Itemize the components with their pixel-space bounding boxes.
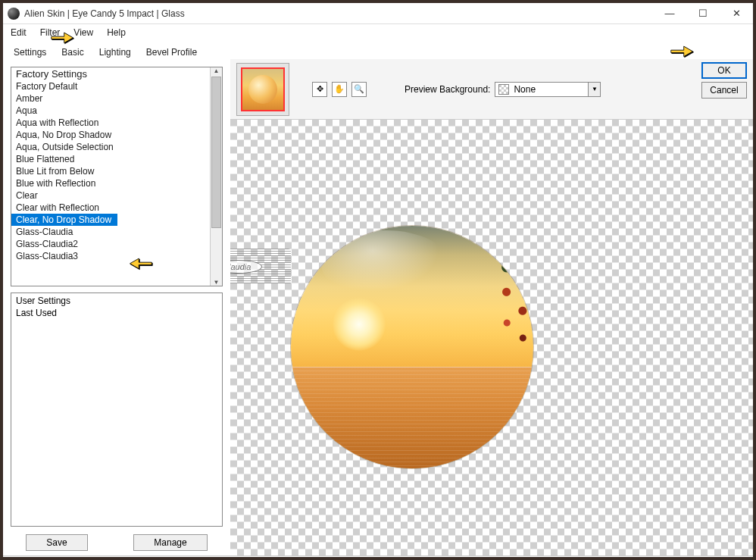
settings-panel: Factory Settings Factory Default Amber A… — [3, 59, 230, 555]
dialog-buttons: OK Cancel — [701, 62, 747, 99]
maximize-button[interactable]: ☐ — [686, 3, 720, 24]
close-button[interactable]: ✕ — [720, 3, 753, 24]
zoom-tool-icon[interactable]: 🔍 — [351, 82, 367, 97]
preview-toolbar: ✥ ✋ 🔍 Preview Background: None ▼ OK Canc… — [230, 59, 753, 120]
manage-button[interactable]: Manage — [133, 534, 207, 551]
menu-edit[interactable]: Edit — [11, 27, 27, 38]
tab-bevel-profile[interactable]: Bevel Profile — [143, 45, 200, 59]
user-settings-list[interactable]: User Settings Last Used — [11, 293, 223, 527]
menu-help[interactable]: Help — [107, 27, 126, 38]
list-item[interactable]: Amber — [11, 92, 210, 105]
list-item[interactable]: Glass-Claudia — [11, 226, 210, 238]
preview-background-control: Preview Background: None ▼ — [405, 82, 601, 97]
factory-header: Factory Settings — [11, 67, 210, 80]
settings-buttons: Save Manage — [11, 527, 223, 555]
list-item[interactable]: Aqua, Outside Selection — [11, 141, 210, 153]
window-title: Alien Skin | Eye Candy 5 Impact | Glass — [24, 8, 653, 19]
menu-bar: Edit Filter View Help — [3, 24, 753, 41]
list-item[interactable]: Blue Flattened — [11, 153, 210, 165]
tool-icons: ✥ ✋ 🔍 — [312, 82, 367, 97]
factory-settings-list[interactable]: Factory Settings Factory Default Amber A… — [11, 67, 223, 286]
scrollbar[interactable] — [210, 67, 222, 286]
chevron-down-icon[interactable]: ▼ — [588, 83, 600, 96]
watermark-stamp: claudia — [230, 249, 291, 285]
preview-area[interactable]: claudia — [230, 120, 753, 555]
glass-sphere-preview — [291, 226, 533, 468]
list-item[interactable]: Aqua — [11, 105, 210, 117]
cancel-button[interactable]: Cancel — [701, 82, 747, 99]
move-tool-icon[interactable]: ✥ — [312, 82, 327, 97]
hand-tool-icon[interactable]: ✋ — [332, 82, 347, 97]
transparency-swatch-icon — [498, 84, 509, 95]
preview-bg-select[interactable]: None ▼ — [495, 82, 601, 97]
list-item[interactable]: Aqua, No Drop Shadow — [11, 129, 210, 141]
tab-bar: Settings Basic Lighting Bevel Profile — [3, 41, 208, 59]
save-button[interactable]: Save — [26, 534, 87, 551]
list-item[interactable]: Clear with Reflection — [11, 202, 210, 214]
minimize-button[interactable]: — — [653, 3, 686, 24]
list-item[interactable]: Blue with Reflection — [11, 177, 210, 189]
title-bar: Alien Skin | Eye Candy 5 Impact | Glass … — [3, 3, 753, 24]
list-item[interactable]: Glass-Claudia3 — [11, 250, 210, 262]
scrollbar-thumb[interactable] — [211, 77, 221, 228]
user-header: User Settings — [11, 295, 222, 307]
right-panel: ✥ ✋ 🔍 Preview Background: None ▼ OK Canc… — [230, 59, 753, 555]
list-item[interactable]: Aqua with Reflection — [11, 117, 210, 129]
list-item[interactable]: Clear — [11, 189, 210, 202]
app-icon — [8, 8, 20, 20]
watermark-text: claudia — [230, 260, 262, 274]
list-item[interactable]: Glass-Claudia2 — [11, 238, 210, 250]
status-bar: 100% — [3, 555, 753, 560]
tab-settings[interactable]: Settings — [11, 45, 49, 59]
tab-lighting[interactable]: Lighting — [96, 45, 134, 59]
window-buttons: — ☐ ✕ — [653, 3, 753, 24]
list-item[interactable]: Last Used — [11, 307, 222, 319]
menu-view[interactable]: View — [73, 27, 93, 38]
thumbnail-preview[interactable] — [236, 63, 289, 116]
content-area: Factory Settings Factory Default Amber A… — [3, 59, 753, 555]
preview-bg-label: Preview Background: — [405, 84, 490, 95]
list-item-selected[interactable]: Clear, No Drop Shadow — [11, 214, 117, 226]
list-item[interactable]: Blue Lit from Below — [11, 165, 210, 177]
ok-button[interactable]: OK — [701, 62, 747, 79]
tab-row: Settings Basic Lighting Bevel Profile — [3, 41, 753, 59]
preview-bg-value: None — [514, 84, 536, 95]
tab-basic[interactable]: Basic — [58, 45, 86, 59]
menu-filter[interactable]: Filter — [40, 27, 61, 38]
list-item[interactable]: Factory Default — [11, 80, 210, 92]
